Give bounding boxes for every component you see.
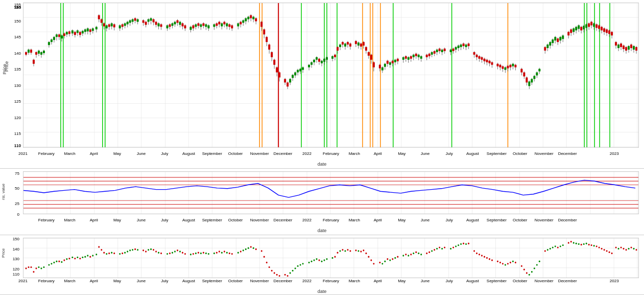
- y-ticks-main: 155 150 145 140 135 130 125 120 115 110: [3, 3, 22, 148]
- svg-rect-447: [585, 25, 587, 28]
- svg-rect-379: [486, 60, 488, 62]
- svg-point-558: [38, 266, 39, 268]
- svg-rect-103: [82, 31, 84, 33]
- svg-point-762: [628, 248, 630, 249]
- svg-point-749: [593, 245, 595, 246]
- svg-rect-93: [68, 31, 70, 34]
- svg-rect-333: [418, 55, 420, 57]
- svg-rect-323: [405, 56, 407, 59]
- svg-rect-121: [106, 26, 108, 29]
- svg-rect-265: [318, 59, 320, 62]
- svg-rect-89: [63, 33, 65, 36]
- svg-rect-377: [484, 59, 486, 61]
- svg-point-702: [458, 244, 459, 246]
- svg-rect-199: [221, 24, 223, 27]
- svg-point-728: [534, 267, 535, 269]
- svg-rect-295: [363, 42, 365, 46]
- svg-rect-61: [25, 52, 27, 55]
- svg-point-736: [557, 246, 559, 248]
- svg-rect-465: [608, 30, 610, 34]
- svg-point-582: [103, 252, 105, 254]
- svg-point-607: [177, 249, 178, 251]
- svg-point-725: [526, 272, 528, 274]
- svg-point-596: [145, 251, 147, 252]
- svg-rect-251: [297, 70, 299, 73]
- svg-point-676: [381, 263, 383, 264]
- lower-chart-area: [23, 238, 639, 278]
- svg-rect-209: [237, 24, 239, 27]
- svg-point-561: [48, 264, 50, 265]
- svg-point-600: [155, 251, 157, 252]
- svg-point-636: [264, 256, 265, 258]
- svg-point-761: [626, 249, 627, 251]
- x-axis-ticks-lower: 2021 February March April May June July …: [23, 279, 639, 286]
- svg-rect-247: [292, 75, 294, 78]
- svg-rect-339: [428, 54, 431, 56]
- svg-rect-389: [502, 66, 504, 69]
- svg-point-720: [510, 262, 511, 263]
- x-label-main: date: [318, 162, 327, 167]
- svg-point-663: [342, 249, 343, 251]
- svg-rect-433: [567, 32, 569, 35]
- svg-rect-139: [132, 19, 134, 22]
- svg-point-642: [279, 275, 280, 277]
- svg-rect-485: [635, 47, 637, 51]
- svg-point-629: [243, 249, 244, 251]
- svg-point-554: [28, 266, 29, 268]
- svg-point-614: [198, 252, 199, 254]
- svg-point-708: [476, 253, 478, 254]
- svg-rect-435: [570, 29, 572, 33]
- svg-rect-475: [623, 46, 625, 49]
- svg-point-631: [248, 247, 249, 249]
- svg-point-615: [200, 253, 202, 254]
- svg-point-567: [63, 259, 65, 261]
- svg-point-648: [297, 265, 299, 267]
- svg-rect-383: [491, 62, 493, 65]
- svg-point-579: [96, 254, 97, 255]
- svg-point-577: [89, 256, 91, 258]
- svg-point-553: [25, 267, 27, 269]
- svg-point-677: [384, 261, 386, 262]
- svg-rect-177: [189, 27, 192, 30]
- svg-rect-105: [84, 29, 86, 32]
- svg-point-634: [255, 248, 257, 250]
- svg-rect-189: [205, 25, 207, 27]
- svg-point-707: [473, 250, 475, 252]
- svg-rect-449: [588, 24, 590, 27]
- svg-point-638: [269, 266, 270, 268]
- svg-point-637: [266, 262, 268, 263]
- svg-rect-263: [316, 57, 318, 60]
- svg-rect-231: [268, 44, 270, 50]
- svg-point-655: [319, 259, 320, 261]
- svg-point-670: [363, 249, 364, 251]
- svg-point-705: [465, 243, 467, 245]
- svg-point-612: [193, 253, 194, 255]
- svg-rect-467: [611, 32, 613, 35]
- svg-rect-303: [373, 62, 375, 67]
- svg-rect-201: [223, 22, 225, 25]
- svg-rect-245: [289, 79, 291, 82]
- svg-point-757: [615, 246, 617, 248]
- svg-rect-67: [33, 60, 35, 64]
- svg-point-756: [611, 253, 613, 254]
- svg-rect-427: [557, 38, 559, 42]
- svg-point-724: [523, 268, 525, 270]
- svg-point-652: [311, 261, 313, 262]
- rsi-chart-panel: rsi, value 75 50 25 0: [0, 169, 644, 235]
- svg-point-737: [560, 245, 561, 247]
- svg-rect-155: [155, 22, 157, 25]
- svg-point-672: [368, 256, 369, 258]
- svg-rect-193: [213, 25, 215, 27]
- svg-rect-151: [150, 18, 152, 21]
- svg-point-733: [550, 248, 551, 249]
- svg-point-590: [127, 251, 128, 252]
- svg-point-644: [287, 275, 289, 277]
- svg-rect-285: [347, 42, 349, 44]
- svg-rect-101: [79, 32, 81, 35]
- svg-point-613: [195, 253, 197, 254]
- svg-rect-273: [331, 56, 333, 59]
- svg-point-611: [190, 254, 192, 255]
- svg-point-591: [129, 249, 131, 251]
- svg-point-599: [153, 249, 154, 251]
- svg-point-594: [137, 249, 138, 251]
